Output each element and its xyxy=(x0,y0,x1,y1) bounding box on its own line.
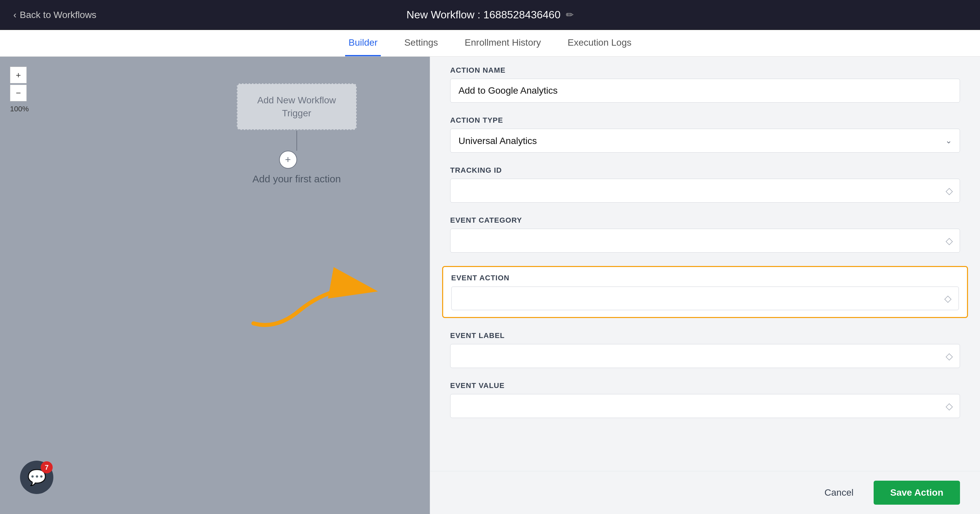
event-category-icon: ◇ xyxy=(946,235,953,246)
action-name-input[interactable] xyxy=(458,85,951,96)
event-action-label: EVENT ACTION xyxy=(451,274,959,282)
tab-execution[interactable]: Execution Logs xyxy=(564,30,635,56)
arrow-annotation xyxy=(227,243,393,337)
back-label: Back to Workflows xyxy=(20,10,96,20)
event-label-input[interactable] xyxy=(458,351,951,361)
save-action-button[interactable]: Save Action xyxy=(873,481,960,504)
action-type-field-group: ACTION TYPE Universal Analytics GA4 ⌄ xyxy=(450,116,960,153)
panel-body: ACTION NAME ACTION TYPE Universal Analyt… xyxy=(430,49,980,471)
workflow-name: New Workflow : 1688528436460 xyxy=(406,9,560,21)
event-category-input[interactable] xyxy=(458,235,951,246)
event-action-icon: ◇ xyxy=(944,293,951,304)
back-button[interactable]: ‹ Back to Workflows xyxy=(13,10,96,20)
action-type-select-wrapper: Universal Analytics GA4 ⌄ xyxy=(450,128,960,153)
event-value-field-group: EVENT VALUE ◇ xyxy=(450,381,960,418)
event-value-icon: ◇ xyxy=(946,401,953,412)
chat-badge: 7 xyxy=(41,461,52,473)
event-category-input-wrapper[interactable]: ◇ xyxy=(450,228,960,253)
event-category-label: EVENT CATEGORY xyxy=(450,216,960,225)
zoom-controls: + − 100% xyxy=(10,67,29,113)
right-panel: Google Analytics Fire an event in Google… xyxy=(430,0,980,514)
zoom-level: 100% xyxy=(10,105,29,113)
action-type-select[interactable]: Universal Analytics GA4 xyxy=(450,128,960,153)
tracking-id-input[interactable] xyxy=(458,185,951,196)
edit-icon[interactable]: ✏ xyxy=(566,10,574,20)
connector-line xyxy=(296,131,297,151)
chat-widget[interactable]: 💬 7 xyxy=(20,461,53,494)
plus-icon: + xyxy=(285,154,291,165)
add-action-circle[interactable]: + xyxy=(279,151,297,169)
tracking-id-icon: ◇ xyxy=(946,185,953,196)
tab-builder[interactable]: Builder xyxy=(345,30,381,56)
event-label-field-group: EVENT LABEL ◇ xyxy=(450,332,960,368)
event-value-label: EVENT VALUE xyxy=(450,381,960,390)
trigger-label: Add New WorkflowTrigger xyxy=(257,94,336,120)
tracking-id-input-wrapper[interactable]: ◇ xyxy=(450,179,960,203)
event-action-input[interactable] xyxy=(460,293,950,304)
panel-footer: Cancel Save Action xyxy=(430,471,980,514)
event-action-input-wrapper[interactable]: ◇ xyxy=(451,286,959,310)
zoom-out-button[interactable]: − xyxy=(10,85,27,102)
tracking-id-label: TRACKING ID xyxy=(450,166,960,175)
tab-settings[interactable]: Settings xyxy=(401,30,441,56)
action-name-input-wrapper[interactable] xyxy=(450,79,960,103)
event-label-label: EVENT LABEL xyxy=(450,332,960,340)
event-value-input[interactable] xyxy=(458,401,951,411)
tab-enrollment[interactable]: Enrollment History xyxy=(461,30,544,56)
chevron-left-icon: ‹ xyxy=(13,10,16,20)
topbar: ‹ Back to Workflows New Workflow : 16885… xyxy=(0,0,980,30)
tracking-id-field-group: TRACKING ID ◇ xyxy=(450,166,960,203)
workflow-trigger-box[interactable]: Add New WorkflowTrigger xyxy=(237,83,357,130)
action-type-label: ACTION TYPE xyxy=(450,116,960,125)
zoom-in-button[interactable]: + xyxy=(10,67,27,83)
cancel-button[interactable]: Cancel xyxy=(815,482,864,503)
tabs-bar: Builder Settings Enrollment History Exec… xyxy=(0,30,980,57)
action-name-label: ACTION NAME xyxy=(450,66,960,75)
event-action-field-group: EVENT ACTION ◇ xyxy=(442,266,968,318)
event-category-field-group: EVENT CATEGORY ◇ xyxy=(450,216,960,253)
first-action-text: Add your first action xyxy=(253,173,341,185)
event-label-icon: ◇ xyxy=(946,351,953,362)
event-label-input-wrapper[interactable]: ◇ xyxy=(450,344,960,368)
event-value-input-wrapper[interactable]: ◇ xyxy=(450,394,960,418)
workflow-title: New Workflow : 1688528436460 ✏ xyxy=(406,9,574,21)
action-name-field-group: ACTION NAME xyxy=(450,66,960,103)
